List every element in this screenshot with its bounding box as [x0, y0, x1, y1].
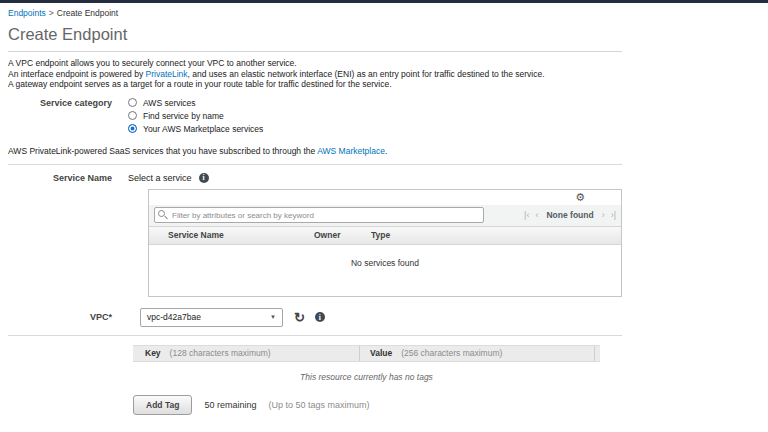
main-content: Endpoints>Create Endpoint Create Endpoin…: [0, 8, 630, 415]
gear-icon[interactable]: ⚙: [575, 191, 585, 204]
marketplace-note-post: .: [385, 146, 387, 156]
breadcrumb-current: Create Endpoint: [57, 8, 118, 18]
breadcrumb-separator: >: [49, 8, 54, 18]
tags-header-end-cell: [594, 346, 600, 361]
column-service-name[interactable]: Service Name: [149, 230, 314, 240]
filter-wrap: [154, 207, 484, 223]
breadcrumb-endpoints-link[interactable]: Endpoints: [8, 8, 46, 18]
intro-line-2-pre: An interface endpoint is powered by: [8, 69, 146, 79]
marketplace-note-pre: AWS PrivateLink-powered SaaS services th…: [8, 146, 317, 156]
service-name-label: Service Name: [8, 173, 112, 183]
service-category-options: AWS services Find service by name Your A…: [128, 98, 263, 137]
radio-aws-services[interactable]: AWS services: [128, 98, 263, 108]
intro-line-1: A VPC endpoint allows you to securely co…: [8, 58, 630, 69]
vpc-row: VPC* vpc-d42a7bae ▼ ↻ i: [8, 308, 630, 327]
last-page-icon[interactable]: ›|: [611, 210, 616, 220]
radio-icon[interactable]: [128, 98, 137, 107]
chevron-down-icon: ▼: [270, 314, 276, 320]
refresh-icon[interactable]: ↻: [294, 311, 305, 324]
tags-header-row: Key (128 characters maximum) Value (256 …: [133, 345, 600, 362]
radio-icon[interactable]: [128, 111, 137, 120]
service-table: ⚙ |‹ ‹ None found › ›| Service Name Owne…: [148, 189, 622, 297]
radio-find-service-label: Find service by name: [143, 111, 224, 121]
privatelink-link[interactable]: PrivateLink: [146, 69, 188, 79]
vpc-select[interactable]: vpc-d42a7bae ▼: [140, 308, 283, 327]
next-page-icon[interactable]: ›: [602, 210, 605, 220]
add-tag-row: Add Tag 50 remaining (Up to 50 tags maxi…: [133, 395, 630, 415]
breadcrumb: Endpoints>Create Endpoint: [8, 8, 630, 18]
intro-text: A VPC endpoint allows you to securely co…: [8, 58, 630, 90]
radio-marketplace-label: Your AWS Marketplace services: [143, 124, 263, 134]
intro-line-2: An interface endpoint is powered by Priv…: [8, 69, 630, 80]
table-empty-state: No services found: [149, 245, 621, 296]
radio-marketplace-services[interactable]: Your AWS Marketplace services: [128, 124, 263, 134]
marketplace-note: AWS PrivateLink-powered SaaS services th…: [8, 146, 630, 156]
pagination-status: None found: [546, 210, 593, 220]
value-header-label: Value: [370, 348, 392, 358]
radio-icon-selected[interactable]: [128, 124, 137, 133]
key-header-hint: (128 characters maximum): [170, 348, 271, 358]
table-toolbar: |‹ ‹ None found › ›|: [149, 205, 621, 226]
aws-marketplace-link[interactable]: AWS Marketplace: [317, 146, 385, 156]
tags-key-header: Key (128 characters maximum): [133, 348, 359, 358]
info-icon[interactable]: i: [315, 312, 325, 322]
vpc-selected-value: vpc-d42a7bae: [147, 312, 201, 322]
section-divider: [8, 335, 622, 336]
intro-line-3: A gateway endpoint serves as a target fo…: [8, 79, 630, 90]
table-header-row: Service Name Owner Type: [149, 226, 621, 245]
key-header-label: Key: [145, 348, 161, 358]
column-type[interactable]: Type: [371, 230, 621, 240]
value-header-hint: (256 characters maximum): [401, 348, 502, 358]
radio-find-service-by-name[interactable]: Find service by name: [128, 111, 263, 121]
info-icon[interactable]: i: [199, 173, 209, 183]
tags-empty-message: This resource currently has no tags: [133, 372, 600, 382]
radio-aws-services-label: AWS services: [143, 98, 196, 108]
service-category-label: Service category: [8, 98, 112, 137]
prev-page-icon[interactable]: ‹: [535, 210, 538, 220]
first-page-icon[interactable]: |‹: [524, 210, 529, 220]
service-name-row: Service Name Select a service i: [8, 173, 630, 183]
filter-input[interactable]: [154, 207, 484, 223]
table-gear-row: ⚙: [149, 190, 621, 205]
column-owner[interactable]: Owner: [314, 230, 371, 240]
intro-line-2-post: , and uses an elastic network interface …: [188, 69, 545, 79]
empty-message: No services found: [351, 258, 419, 296]
vpc-label: VPC*: [8, 312, 112, 322]
console-top-bar: [0, 0, 768, 3]
search-icon: [158, 210, 165, 217]
tags-table: Key (128 characters maximum) Value (256 …: [133, 345, 600, 382]
service-category-row: Service category AWS services Find servi…: [8, 98, 630, 137]
service-name-value: Select a service: [128, 173, 192, 183]
tags-value-header: Value (256 characters maximum): [359, 346, 594, 361]
page-title: Create Endpoint: [8, 25, 622, 52]
pagination: |‹ ‹ None found › ›|: [524, 210, 616, 220]
section-divider: [8, 164, 622, 165]
tags-remaining-count: 50 remaining: [204, 400, 256, 410]
add-tag-button[interactable]: Add Tag: [133, 395, 192, 415]
tags-max-hint: (Up to 50 tags maximum): [268, 400, 369, 410]
